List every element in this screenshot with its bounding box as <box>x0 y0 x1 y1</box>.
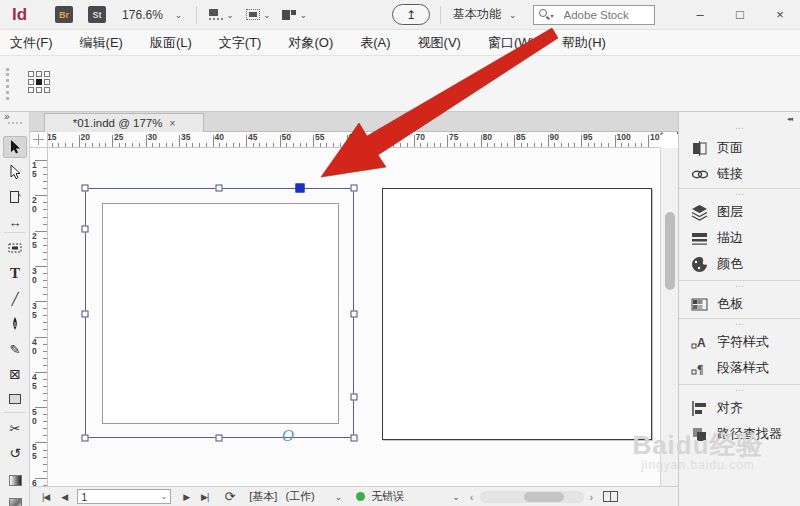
tools-panel: » ↔ T ╱ ✎ ⊠ ✂ ↺ <box>0 112 30 506</box>
menu-file[interactable]: 文件(F) <box>10 34 53 52</box>
preflight-preset[interactable]: [基本] <box>249 489 277 504</box>
panel-item-character-styles[interactable]: A 字符样式 <box>679 330 800 354</box>
handle-left-upper[interactable] <box>82 226 89 233</box>
workspace-switcher[interactable]: 基本功能 <box>453 6 501 23</box>
divider <box>196 6 197 24</box>
next-page-button[interactable]: ▶ <box>183 492 189 502</box>
collapse-dock-icon[interactable]: ◂◂ <box>787 115 792 123</box>
pen-tool[interactable] <box>3 313 27 335</box>
screen-mode-button[interactable]: ⌄ <box>246 9 271 20</box>
first-page-button[interactable]: |◀ <box>42 492 49 502</box>
handle-top-center[interactable] <box>216 185 223 192</box>
dock-drag-handle[interactable]: ⋯ <box>679 191 800 197</box>
zoom-level[interactable]: 176.6% <box>122 8 163 22</box>
handle-right-lower[interactable] <box>351 394 358 401</box>
dock-drag-handle[interactable]: ⋯ <box>679 321 800 327</box>
right-page-rectangle[interactable] <box>382 188 652 440</box>
status-chevron-icon[interactable]: ⌄ <box>452 494 460 500</box>
workspace-chevron-icon[interactable]: ⌄ <box>509 12 517 18</box>
toolbar-drag-handle[interactable] <box>8 122 22 124</box>
scroll-left-icon[interactable]: ‹ <box>470 491 474 503</box>
direct-selection-tool[interactable] <box>3 161 27 183</box>
expand-panel-icon[interactable]: » <box>4 111 10 122</box>
arrange-windows-button[interactable]: ⌄ <box>282 10 307 20</box>
panel-item-layers[interactable]: 图层 <box>679 200 800 224</box>
handle-selected[interactable] <box>296 184 305 193</box>
minimize-button[interactable]: – <box>680 7 720 22</box>
zoom-chevron-icon[interactable]: ⌄ <box>175 12 183 18</box>
close-button[interactable]: × <box>760 7 800 22</box>
vertical-scrollbar[interactable] <box>660 148 678 486</box>
gap-tool[interactable]: ↔ <box>3 211 27 233</box>
handle-top-left[interactable] <box>82 185 89 192</box>
menu-type[interactable]: 文字(T) <box>219 34 262 52</box>
last-page-button[interactable]: ▶| <box>201 492 208 502</box>
reference-point-proxy[interactable] <box>28 71 50 93</box>
stock-search[interactable]: ▾ <box>533 5 655 25</box>
selection-tool[interactable] <box>3 136 27 158</box>
preflight-menu-chevron-icon[interactable]: ⌄ <box>335 494 343 500</box>
document-tab-title: *01.indd @ 177% <box>73 117 163 129</box>
panel-item-color[interactable]: 颜色 <box>679 252 800 276</box>
bridge-button[interactable]: Br <box>55 6 73 23</box>
horizontal-ruler[interactable]: 1520253035404550556065707580859095100105 <box>48 132 660 148</box>
menu-window[interactable]: 窗口(W) <box>488 34 535 52</box>
panel-dock: ◂◂ ⋯ 页面 链接 ⋯ 图层 描边 颜色 ⋯ 色板 ⋯ A 字符样式 ¶ 段落… <box>678 112 800 506</box>
type-tool[interactable]: T <box>3 262 27 284</box>
line-tool[interactable]: ╱ <box>3 288 27 310</box>
content-collector-tool[interactable] <box>3 236 27 258</box>
vertical-scrollbar-thumb[interactable] <box>665 212 675 290</box>
panel-item-align[interactable]: 对齐 <box>679 396 800 420</box>
handle-top-right[interactable] <box>351 185 358 192</box>
handle-bottom-left[interactable] <box>82 435 89 442</box>
search-caret-icon: ▾ <box>551 12 554 19</box>
panel-drag-handle[interactable] <box>6 68 9 100</box>
dock-drag-handle[interactable]: ⋯ <box>679 125 800 131</box>
free-transform-tool[interactable]: ↺ <box>3 442 27 464</box>
page-tool[interactable] <box>3 186 27 208</box>
rectangle-tool[interactable] <box>3 388 27 410</box>
menu-table[interactable]: 表(A) <box>360 34 390 52</box>
menu-edit[interactable]: 编辑(E) <box>80 34 123 52</box>
document-tab[interactable]: *01.indd @ 177% × <box>44 113 204 132</box>
vertical-ruler[interactable]: 1 52 02 53 03 54 04 55 05 56 0 <box>30 148 48 486</box>
pencil-tool[interactable]: ✎ <box>3 338 27 360</box>
frame-tool[interactable]: ⊠ <box>3 363 27 385</box>
left-page-rectangle[interactable] <box>102 203 339 424</box>
dock-drag-handle[interactable]: ⋯ <box>679 283 800 289</box>
page-number-dropdown[interactable]: 1 ⌄ <box>77 489 171 504</box>
share-button[interactable]: ↥ <box>392 4 430 25</box>
scissors-tool[interactable]: ✂ <box>3 417 27 439</box>
frame-adornment: O <box>282 426 294 446</box>
panel-item-pathfinder[interactable]: 路径查找器 <box>679 422 800 446</box>
menu-help[interactable]: 帮助(H) <box>562 34 606 52</box>
horizontal-scrollbar[interactable] <box>480 491 584 503</box>
handle-bottom-center[interactable] <box>216 435 223 442</box>
menu-object[interactable]: 对象(O) <box>288 34 333 52</box>
panel-item-links[interactable]: 链接 <box>679 162 800 186</box>
maximize-button[interactable]: □ <box>720 7 760 22</box>
ruler-origin-box[interactable] <box>30 132 48 148</box>
gradient-swatch-tool[interactable] <box>3 469 27 491</box>
split-layout-view-icon[interactable] <box>603 491 618 502</box>
preflight-profile[interactable]: (工作) <box>285 489 314 504</box>
dock-drag-handle[interactable]: ⋯ <box>679 387 800 393</box>
menu-layout[interactable]: 版面(L) <box>150 34 192 52</box>
preflight-icon[interactable]: ⟳ <box>224 489 235 504</box>
panel-item-swatches[interactable]: 色板 <box>679 292 800 316</box>
panel-item-stroke[interactable]: 描边 <box>679 226 800 250</box>
scroll-right-icon[interactable]: › <box>590 491 594 503</box>
view-options-button[interactable]: ⌄ <box>209 9 234 20</box>
menu-view[interactable]: 视图(V) <box>418 34 461 52</box>
document-canvas[interactable]: O <box>48 148 660 486</box>
tab-close-icon[interactable]: × <box>169 118 175 129</box>
stock-button[interactable]: St <box>88 6 106 23</box>
panel-item-paragraph-styles[interactable]: ¶ 段落样式 <box>679 356 800 380</box>
horizontal-scrollbar-thumb[interactable] <box>524 492 564 502</box>
handle-right-middle[interactable] <box>351 311 358 318</box>
panel-item-pages[interactable]: 页面 <box>679 136 800 160</box>
gradient-feather-tool[interactable] <box>3 492 27 506</box>
handle-left-middle[interactable] <box>82 311 89 318</box>
handle-bottom-right[interactable] <box>351 435 358 442</box>
previous-page-button[interactable]: ◀ <box>61 492 67 502</box>
